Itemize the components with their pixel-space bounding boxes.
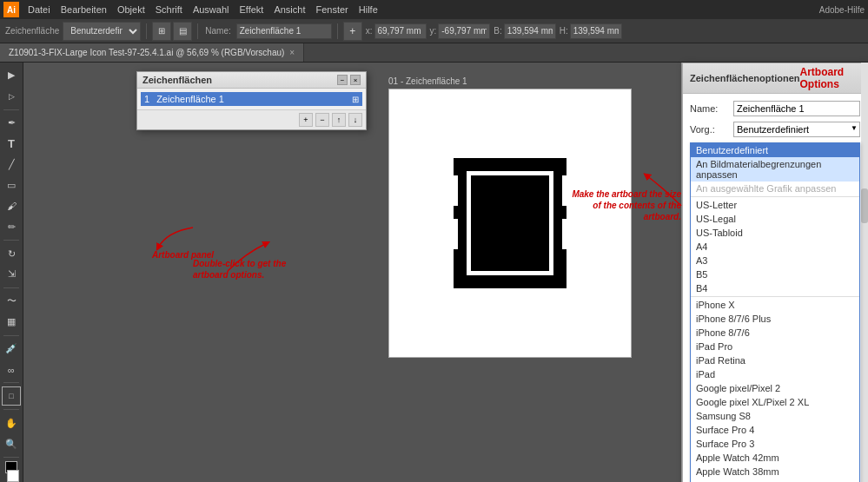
dropdown-item-11[interactable]: iPhone 8/7/6 Plus [691,312,859,326]
dropdown-item-6[interactable]: A4 [691,240,859,254]
scale-tool[interactable]: ⇲ [2,265,21,284]
dropdown-item-5[interactable]: US-Tabloid [691,226,859,240]
dropdown-item-4[interactable]: US-Legal [691,212,859,226]
selection-tool[interactable]: ▶ [2,66,21,85]
tab-close-btn[interactable]: × [289,48,295,57]
pen-tool[interactable]: ✒ [2,114,21,133]
menu-auswahl[interactable]: Auswahl [188,4,235,15]
name-field[interactable] [733,101,860,116]
name-row: Name: [690,101,860,116]
menu-datei[interactable]: Datei [23,4,56,15]
move-artboard-up-btn[interactable]: ↑ [332,113,346,127]
right-scrollbar[interactable] [861,63,868,482]
dropdown-item-23[interactable]: Nexus 7 (2013) [691,479,859,482]
tool-separator-5 [3,382,19,383]
dropdown-item-7[interactable]: A3 [691,254,859,267]
move-btn[interactable]: + [343,22,362,41]
tool-separator-1 [3,109,19,110]
move-artboard-down-btn[interactable]: ↓ [348,113,362,127]
dropdown-item-9[interactable]: B4 [691,281,859,295]
menu-ansicht[interactable]: Ansicht [268,4,310,15]
hand-tool[interactable]: ✋ [2,413,21,432]
svg-rect-5 [562,219,584,249]
view-buttons: ⊞ ▤ [152,22,192,41]
dropdown-item-8[interactable]: B5 [691,267,859,281]
y-input[interactable] [438,23,490,39]
panel-minimize-btn[interactable]: − [337,75,348,85]
dropdown-item-21[interactable]: Apple Watch 42mm [691,451,859,465]
tool-separator-4 [3,335,19,336]
zoom-tool[interactable]: 🔍 [2,434,21,453]
paintbrush-tool[interactable]: 🖌 [2,196,21,215]
adobe-hilfe-link[interactable]: Adobe-Hilfe [819,5,865,15]
coord-y: y: [430,23,491,39]
view-btn-1[interactable]: ⊞ [152,22,171,41]
x-input[interactable] [374,23,427,39]
dropdown-item-12[interactable]: iPhone 8/7/6 [691,326,859,340]
dropdown-item-13[interactable]: iPad Pro [691,340,859,353]
type-tool[interactable]: T [2,135,21,154]
annotation-arrow-make-artboard [642,167,686,210]
y-label: y: [430,26,437,36]
artboard-tool[interactable]: □ [2,386,21,406]
menu-fenster[interactable]: Fenster [310,4,353,15]
menubar: Ai Datei Bearbeiten Objekt Schrift Auswa… [0,0,868,19]
add-artboard-btn[interactable]: + [299,113,313,127]
dropdown-item-15[interactable]: iPad [691,367,859,381]
active-tab[interactable]: Z10901-3-FIX-Large Icon Test-97-25.4.1.a… [0,43,304,62]
dropdown-item-22[interactable]: Apple Watch 38mm [691,465,859,479]
dropdown-item-18[interactable]: Samsung S8 [691,409,859,423]
shape-tool[interactable]: ▭ [2,175,21,195]
menu-bearbeiten[interactable]: Bearbeiten [56,4,112,15]
options-title-bar: Zeichenflächenoptionen Artboard Options [683,63,867,94]
name-input[interactable] [236,23,332,39]
dropdown-item-1[interactable]: An Bildmaterialbegrenzungen anpassen [691,157,859,182]
eyedropper-tool[interactable]: 💉 [2,340,21,359]
vorg-select[interactable]: Benutzerdefiniert [733,122,860,137]
panel-close-btn[interactable]: × [350,75,361,85]
panel-header: Zeichenflächen − × [137,72,366,89]
options-title: Zeichenflächenoptionen [690,73,800,83]
artboard-edit-icon[interactable]: ⊞ [352,95,359,104]
dropdown-item-0[interactable]: Benutzerdefiniert [691,143,859,157]
svg-rect-2 [436,175,458,206]
rotate-tool[interactable]: ↻ [2,244,21,263]
main-area: ▶ ▷ ✒ T ╱ ▭ 🖌 ✏ ↻ ⇲ 〜 ▦ 💉 ∞ □ ✋ 🔍 Zeiche… [0,63,868,482]
vorg-label: Vorg.: [690,124,733,135]
view-btn-2[interactable]: ▤ [173,22,192,41]
direct-selection-tool[interactable]: ▷ [2,87,21,106]
menu-effekt[interactable]: Effekt [234,4,268,15]
dropdown-item-20[interactable]: Surface Pro 3 [691,437,859,451]
artboard-canvas-label: 01 - Zeichenfläche 1 [388,76,467,86]
stroke-color[interactable] [7,470,19,482]
right-panel: Zeichenflächenoptionen Artboard Options … [681,63,868,482]
dropdown-item-16[interactable]: Google pixel/Pixel 2 [691,381,859,395]
warp-tool[interactable]: 〜 [2,292,21,311]
menu-hilfe[interactable]: Hilfe [354,4,383,15]
menu-schrift[interactable]: Schrift [150,4,188,15]
dropdown-item-19[interactable]: Surface Pro 4 [691,423,859,437]
artboard-list: 1 Zeichenfläche 1 ⊞ [137,89,366,109]
artboard-list-item[interactable]: 1 Zeichenfläche 1 ⊞ [141,92,362,106]
blend-tool[interactable]: ∞ [2,360,21,380]
h-input[interactable] [570,23,622,39]
artboard-canvas[interactable] [388,89,632,358]
app-logo: Ai [3,2,19,17]
b-input[interactable] [504,23,556,39]
dropdown-item-17[interactable]: Google pixel XL/Pixel 2 XL [691,395,859,409]
options-title-red: Artboard Options [800,66,860,90]
vorg-row: Vorg.: Benutzerdefiniert ▼ [690,122,860,137]
dropdown-item-14[interactable]: iPad Retina [691,353,859,367]
artboard-dropdown[interactable]: Benutzerdefiniert [63,22,141,41]
canvas-area[interactable]: Zeichenflächen − × 1 Zeichenfläche 1 ⊞ +… [23,63,681,482]
scrollbar-thumb[interactable] [861,188,868,223]
line-tool[interactable]: ╱ [2,155,21,175]
dropdown-list: Benutzerdefiniert An Bildmaterialbegrenz… [690,142,860,482]
options-body: Name: Vorg.: Benutzerdefiniert ▼ Benutze [683,94,867,482]
gradient-tool[interactable]: ▦ [2,313,21,332]
menu-objekt[interactable]: Objekt [112,4,150,15]
delete-artboard-btn[interactable]: − [315,113,329,127]
dropdown-item-10[interactable]: iPhone X [691,298,859,312]
dropdown-item-3[interactable]: US-Letter [691,198,859,212]
pencil-tool[interactable]: ✏ [2,217,21,236]
